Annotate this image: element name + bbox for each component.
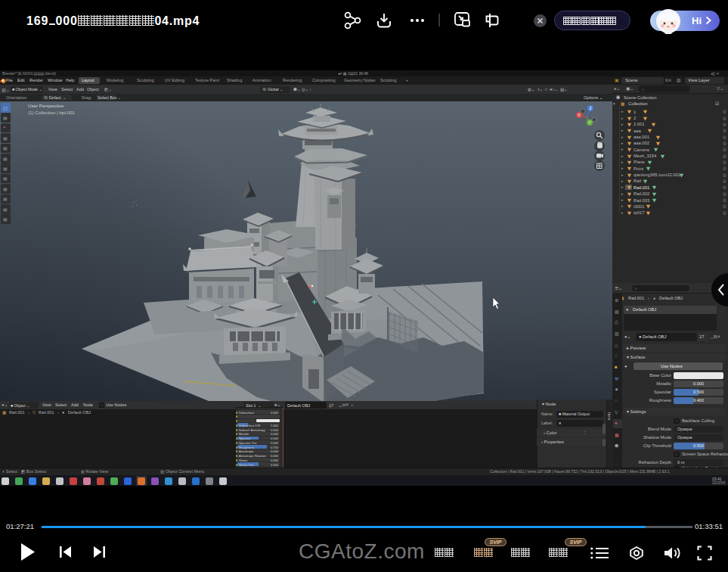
svg-text:Z: Z bbox=[589, 106, 591, 110]
